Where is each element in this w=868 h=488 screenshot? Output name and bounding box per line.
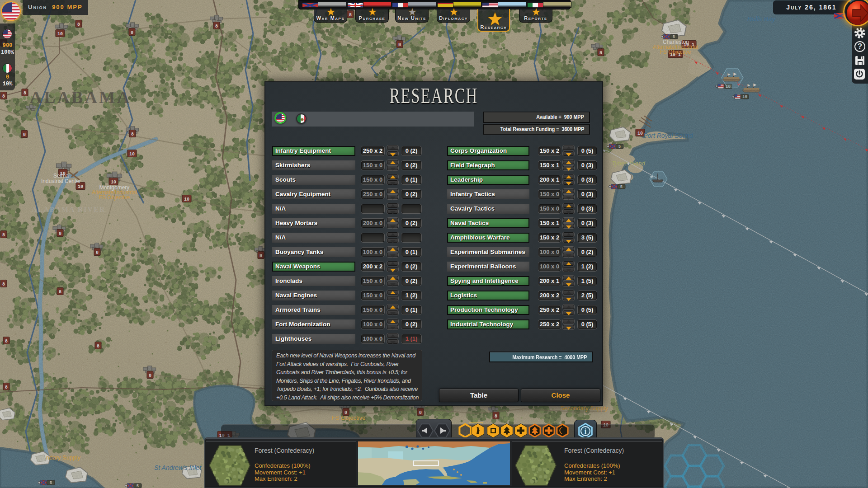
svg-text:i: i [585, 427, 587, 435]
